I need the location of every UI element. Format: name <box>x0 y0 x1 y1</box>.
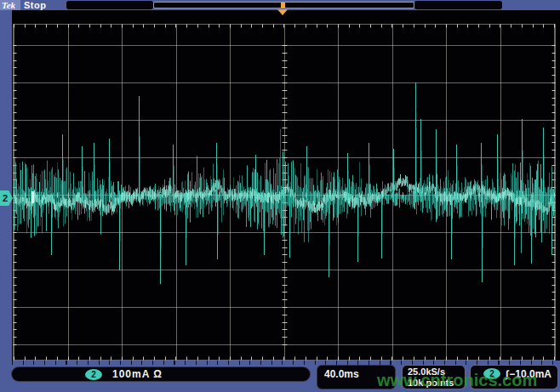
top-left-box <box>66 1 153 9</box>
oscilloscope-screen: Tek Stop 2 2 100mA Ω 40.0ms 25.0kS/s 10k… <box>0 0 560 392</box>
channel2-badge: 2 <box>85 369 102 380</box>
watermark-text: www.cntronics.com <box>377 371 537 389</box>
acquisition-status-label: Stop <box>24 0 46 10</box>
waveform-position-bar[interactable] <box>153 2 414 9</box>
channel2-scale-readout[interactable]: 2 100mA Ω <box>11 366 311 382</box>
top-right-box <box>414 1 502 9</box>
tek-logo: Tek <box>2 0 15 10</box>
trigger-position-tick <box>281 3 285 8</box>
horizontal-scale-label: 40.0ms <box>324 368 359 380</box>
channel2-scale-label: 100mA Ω <box>112 369 163 380</box>
trigger-position-marker-icon[interactable] <box>277 9 288 15</box>
waveform-display <box>12 24 557 361</box>
channel2-reference-marker[interactable]: 2 <box>0 190 13 206</box>
